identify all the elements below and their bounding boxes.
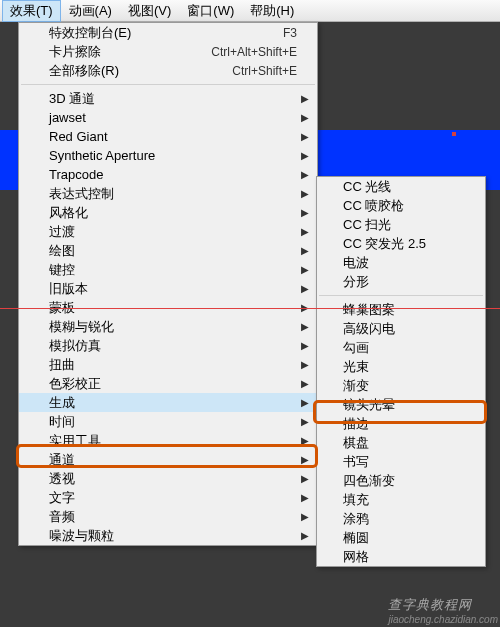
submenu-arrow-icon: ▶ — [301, 188, 309, 199]
menu-item-label: 过渡 — [49, 223, 297, 241]
menu-item[interactable]: 音频▶ — [19, 507, 317, 526]
submenu-item[interactable]: 分形 — [317, 272, 485, 291]
submenu-item[interactable]: 涂鸦 — [317, 509, 485, 528]
submenu-item[interactable]: 棋盘 — [317, 433, 485, 452]
menu-item-label: 键控 — [49, 261, 297, 279]
menu-item[interactable]: 旧版本▶ — [19, 279, 317, 298]
menu-item-label: Red Giant — [49, 129, 297, 144]
submenu-item[interactable]: 描边 — [317, 414, 485, 433]
menubar-item[interactable]: 帮助(H) — [242, 0, 302, 22]
menu-item[interactable]: Synthetic Aperture▶ — [19, 146, 317, 165]
menu-item[interactable]: 全部移除(R)Ctrl+Shift+E — [19, 61, 317, 80]
menu-item[interactable]: 绘图▶ — [19, 241, 317, 260]
menubar-item[interactable]: 动画(A) — [61, 0, 120, 22]
submenu-arrow-icon: ▶ — [301, 321, 309, 332]
submenu-item[interactable]: CC 喷胶枪 — [317, 196, 485, 215]
submenu-arrow-icon: ▶ — [301, 150, 309, 161]
menu-item-label: 风格化 — [49, 204, 297, 222]
menu-item[interactable]: 扭曲▶ — [19, 355, 317, 374]
submenu-item[interactable]: 电波 — [317, 253, 485, 272]
menu-item[interactable]: 蒙板▶ — [19, 298, 317, 317]
submenu-arrow-icon: ▶ — [301, 416, 309, 427]
submenu-arrow-icon: ▶ — [301, 511, 309, 522]
submenu-arrow-icon: ▶ — [301, 226, 309, 237]
menubar-item[interactable]: 效果(T) — [2, 0, 61, 22]
submenu-arrow-icon: ▶ — [301, 397, 309, 408]
menubar-item[interactable]: 视图(V) — [120, 0, 179, 22]
menu-item-label: 实用工具 — [49, 432, 297, 450]
menu-item-label: 扭曲 — [49, 356, 297, 374]
menu-item-label: 音频 — [49, 508, 297, 526]
menu-item[interactable]: Red Giant▶ — [19, 127, 317, 146]
menu-item[interactable]: 文字▶ — [19, 488, 317, 507]
menu-item-label: 3D 通道 — [49, 90, 297, 108]
submenu-arrow-icon: ▶ — [301, 207, 309, 218]
menu-item[interactable]: 通道▶ — [19, 450, 317, 469]
menubar-item[interactable]: 窗口(W) — [179, 0, 242, 22]
menu-item-label: Synthetic Aperture — [49, 148, 297, 163]
submenu-item[interactable]: CC 光线 — [317, 177, 485, 196]
menu-item[interactable]: 模拟仿真▶ — [19, 336, 317, 355]
menu-item[interactable]: 3D 通道▶ — [19, 89, 317, 108]
submenu-arrow-icon: ▶ — [301, 169, 309, 180]
menu-item[interactable]: 噪波与颗粒▶ — [19, 526, 317, 545]
menu-shortcut: F3 — [283, 26, 297, 40]
menu-item[interactable]: jawset▶ — [19, 108, 317, 127]
menu-item[interactable]: 透视▶ — [19, 469, 317, 488]
menu-item-label: Trapcode — [49, 167, 297, 182]
menu-item[interactable]: Trapcode▶ — [19, 165, 317, 184]
menubar: 效果(T)动画(A)视图(V)窗口(W)帮助(H) — [0, 0, 500, 22]
submenu-arrow-icon: ▶ — [301, 359, 309, 370]
submenu-item[interactable]: CC 扫光 — [317, 215, 485, 234]
submenu-item[interactable]: 镜头光晕 — [317, 395, 485, 414]
menu-item[interactable]: 实用工具▶ — [19, 431, 317, 450]
submenu-arrow-icon: ▶ — [301, 473, 309, 484]
submenu-arrow-icon: ▶ — [301, 454, 309, 465]
menu-item[interactable]: 时间▶ — [19, 412, 317, 431]
submenu-arrow-icon: ▶ — [301, 340, 309, 351]
menu-item[interactable]: 风格化▶ — [19, 203, 317, 222]
submenu-item[interactable]: 网格 — [317, 547, 485, 566]
menu-item[interactable]: 卡片擦除Ctrl+Alt+Shift+E — [19, 42, 317, 61]
submenu-item[interactable]: 蜂巢图案 — [317, 300, 485, 319]
menu-item-label: 生成 — [49, 394, 297, 412]
menu-shortcut: Ctrl+Shift+E — [232, 64, 297, 78]
menu-item-label: 全部移除(R) — [49, 62, 232, 80]
menu-item[interactable]: 生成▶ — [19, 393, 317, 412]
menu-item-label: 透视 — [49, 470, 297, 488]
submenu-item[interactable]: 书写 — [317, 452, 485, 471]
menu-item-label: 卡片擦除 — [49, 43, 211, 61]
menu-item-label: 时间 — [49, 413, 297, 431]
menu-item-label: 噪波与颗粒 — [49, 527, 297, 545]
submenu-item[interactable]: 渐变 — [317, 376, 485, 395]
submenu-arrow-icon: ▶ — [301, 530, 309, 541]
menu-item[interactable]: 特效控制台(E)F3 — [19, 23, 317, 42]
submenu-item[interactable]: 高级闪电 — [317, 319, 485, 338]
submenu-item[interactable]: 填充 — [317, 490, 485, 509]
submenu-arrow-icon: ▶ — [301, 131, 309, 142]
menu-item-label: jawset — [49, 110, 297, 125]
submenu-item[interactable]: 勾画 — [317, 338, 485, 357]
menu-item[interactable]: 表达式控制▶ — [19, 184, 317, 203]
menu-item-label: 文字 — [49, 489, 297, 507]
menu-item[interactable]: 色彩校正▶ — [19, 374, 317, 393]
menu-item-label: 模糊与锐化 — [49, 318, 297, 336]
menu-item[interactable]: 过渡▶ — [19, 222, 317, 241]
submenu-item[interactable]: CC 突发光 2.5 — [317, 234, 485, 253]
submenu-item[interactable]: 四色渐变 — [317, 471, 485, 490]
menu-item-label: 色彩校正 — [49, 375, 297, 393]
submenu-arrow-icon: ▶ — [301, 93, 309, 104]
menu-item[interactable]: 键控▶ — [19, 260, 317, 279]
generate-submenu: CC 光线CC 喷胶枪CC 扫光CC 突发光 2.5电波分形蜂巢图案高级闪电勾画… — [316, 176, 486, 567]
menu-separator — [319, 295, 483, 296]
menu-separator — [21, 84, 315, 85]
menu-item-label: 模拟仿真 — [49, 337, 297, 355]
menu-item-label: 蒙板 — [49, 299, 297, 317]
submenu-item[interactable]: 光束 — [317, 357, 485, 376]
submenu-arrow-icon: ▶ — [301, 378, 309, 389]
menu-item-label: 通道 — [49, 451, 297, 469]
menu-item[interactable]: 模糊与锐化▶ — [19, 317, 317, 336]
submenu-arrow-icon: ▶ — [301, 264, 309, 275]
submenu-arrow-icon: ▶ — [301, 112, 309, 123]
submenu-item[interactable]: 椭圆 — [317, 528, 485, 547]
